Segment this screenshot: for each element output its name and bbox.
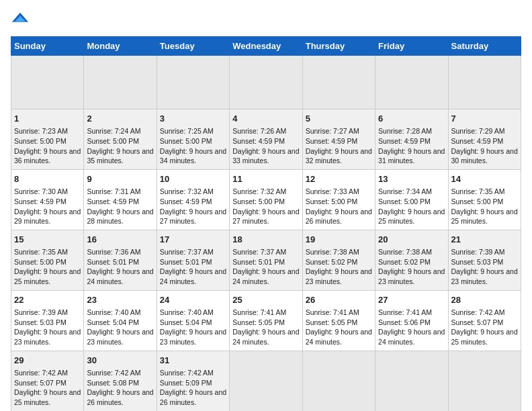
day-cell: 19Sunrise: 7:38 AMSunset: 5:02 PMDayligh… bbox=[302, 230, 375, 290]
column-header-thursday: Thursday bbox=[302, 37, 375, 56]
day-number: 8 bbox=[14, 173, 81, 185]
day-cell bbox=[84, 56, 157, 109]
day-cell: 20Sunrise: 7:38 AMSunset: 5:02 PMDayligh… bbox=[375, 230, 448, 290]
day-cell: 14Sunrise: 7:35 AMSunset: 5:00 PMDayligh… bbox=[448, 169, 521, 230]
day-number: 24 bbox=[160, 294, 226, 306]
day-cell: 26Sunrise: 7:41 AMSunset: 5:05 PMDayligh… bbox=[302, 290, 375, 351]
day-cell: 1Sunrise: 7:23 AMSunset: 5:00 PMDaylight… bbox=[11, 109, 84, 170]
day-info: Sunrise: 7:37 AMSunset: 5:01 PMDaylight:… bbox=[232, 248, 299, 285]
day-info: Sunrise: 7:41 AMSunset: 5:05 PMDaylight:… bbox=[232, 308, 299, 346]
day-cell: 5Sunrise: 7:27 AMSunset: 4:59 PMDaylight… bbox=[302, 109, 375, 170]
day-number: 14 bbox=[451, 173, 518, 185]
calendar-header-row: SundayMondayTuesdayWednesdayThursdayFrid… bbox=[11, 37, 521, 56]
day-info: Sunrise: 7:42 AMSunset: 5:08 PMDaylight:… bbox=[87, 369, 153, 406]
day-info: Sunrise: 7:35 AMSunset: 5:00 PMDaylight:… bbox=[451, 187, 518, 225]
day-cell: 16Sunrise: 7:36 AMSunset: 5:01 PMDayligh… bbox=[84, 230, 157, 290]
day-number: 31 bbox=[160, 355, 226, 367]
day-info: Sunrise: 7:39 AMSunset: 5:03 PMDaylight:… bbox=[14, 308, 81, 346]
day-cell bbox=[375, 351, 448, 411]
page-header bbox=[11, 11, 521, 30]
day-cell bbox=[11, 56, 84, 109]
column-header-friday: Friday bbox=[375, 37, 448, 56]
logo bbox=[11, 11, 32, 30]
day-info: Sunrise: 7:23 AMSunset: 5:00 PMDaylight:… bbox=[14, 127, 81, 165]
day-info: Sunrise: 7:40 AMSunset: 5:04 PMDaylight:… bbox=[160, 308, 226, 346]
day-cell: 13Sunrise: 7:34 AMSunset: 5:00 PMDayligh… bbox=[375, 169, 448, 230]
day-cell: 15Sunrise: 7:35 AMSunset: 5:00 PMDayligh… bbox=[11, 230, 84, 290]
day-info: Sunrise: 7:38 AMSunset: 5:02 PMDaylight:… bbox=[306, 248, 372, 285]
day-cell: 8Sunrise: 7:30 AMSunset: 4:59 PMDaylight… bbox=[11, 169, 84, 230]
day-cell: 29Sunrise: 7:42 AMSunset: 5:07 PMDayligh… bbox=[11, 351, 84, 411]
day-number: 18 bbox=[232, 234, 299, 246]
day-cell: 10Sunrise: 7:32 AMSunset: 4:59 PMDayligh… bbox=[157, 169, 229, 230]
day-number: 4 bbox=[232, 113, 299, 125]
day-number: 20 bbox=[378, 234, 445, 246]
day-cell: 25Sunrise: 7:41 AMSunset: 5:05 PMDayligh… bbox=[230, 290, 302, 351]
day-info: Sunrise: 7:41 AMSunset: 5:05 PMDaylight:… bbox=[306, 308, 372, 346]
day-cell bbox=[230, 351, 302, 411]
day-cell: 23Sunrise: 7:40 AMSunset: 5:04 PMDayligh… bbox=[84, 290, 157, 351]
day-cell: 6Sunrise: 7:28 AMSunset: 4:59 PMDaylight… bbox=[375, 109, 448, 170]
day-info: Sunrise: 7:42 AMSunset: 5:09 PMDaylight:… bbox=[160, 369, 226, 406]
day-number: 15 bbox=[14, 234, 81, 246]
day-cell: 31Sunrise: 7:42 AMSunset: 5:09 PMDayligh… bbox=[157, 351, 229, 411]
day-info: Sunrise: 7:34 AMSunset: 5:00 PMDaylight:… bbox=[378, 187, 445, 225]
day-cell: 27Sunrise: 7:41 AMSunset: 5:06 PMDayligh… bbox=[375, 290, 448, 351]
week-row-5: 22Sunrise: 7:39 AMSunset: 5:03 PMDayligh… bbox=[11, 290, 521, 351]
day-info: Sunrise: 7:32 AMSunset: 4:59 PMDaylight:… bbox=[160, 187, 226, 225]
day-number: 19 bbox=[306, 234, 372, 246]
day-info: Sunrise: 7:36 AMSunset: 5:01 PMDaylight:… bbox=[87, 248, 153, 285]
day-number: 1 bbox=[14, 113, 81, 125]
day-info: Sunrise: 7:32 AMSunset: 5:00 PMDaylight:… bbox=[232, 187, 299, 225]
day-cell bbox=[302, 56, 375, 109]
day-number: 17 bbox=[160, 234, 226, 246]
day-info: Sunrise: 7:28 AMSunset: 4:59 PMDaylight:… bbox=[378, 127, 445, 165]
day-info: Sunrise: 7:40 AMSunset: 5:04 PMDaylight:… bbox=[87, 308, 153, 346]
day-cell: 21Sunrise: 7:39 AMSunset: 5:03 PMDayligh… bbox=[448, 230, 521, 290]
day-info: Sunrise: 7:24 AMSunset: 5:00 PMDaylight:… bbox=[87, 127, 153, 165]
week-row-1 bbox=[11, 56, 521, 109]
day-info: Sunrise: 7:39 AMSunset: 5:03 PMDaylight:… bbox=[451, 248, 518, 285]
day-number: 23 bbox=[87, 294, 153, 306]
column-header-wednesday: Wednesday bbox=[230, 37, 302, 56]
day-number: 21 bbox=[451, 234, 518, 246]
day-cell: 22Sunrise: 7:39 AMSunset: 5:03 PMDayligh… bbox=[11, 290, 84, 351]
day-info: Sunrise: 7:26 AMSunset: 4:59 PMDaylight:… bbox=[232, 127, 299, 165]
day-number: 3 bbox=[160, 113, 226, 125]
day-info: Sunrise: 7:27 AMSunset: 4:59 PMDaylight:… bbox=[306, 127, 372, 165]
day-info: Sunrise: 7:41 AMSunset: 5:06 PMDaylight:… bbox=[378, 308, 445, 346]
day-number: 30 bbox=[87, 355, 153, 367]
day-cell: 12Sunrise: 7:33 AMSunset: 5:00 PMDayligh… bbox=[302, 169, 375, 230]
day-info: Sunrise: 7:33 AMSunset: 5:00 PMDaylight:… bbox=[306, 187, 372, 225]
day-cell: 18Sunrise: 7:37 AMSunset: 5:01 PMDayligh… bbox=[230, 230, 302, 290]
column-header-monday: Monday bbox=[84, 37, 157, 56]
day-number: 11 bbox=[232, 173, 299, 185]
day-cell: 17Sunrise: 7:37 AMSunset: 5:01 PMDayligh… bbox=[157, 230, 229, 290]
day-info: Sunrise: 7:30 AMSunset: 4:59 PMDaylight:… bbox=[14, 187, 81, 225]
day-cell bbox=[375, 56, 448, 109]
day-number: 16 bbox=[87, 234, 153, 246]
day-cell bbox=[302, 351, 375, 411]
column-header-saturday: Saturday bbox=[448, 37, 521, 56]
day-cell: 3Sunrise: 7:25 AMSunset: 5:00 PMDaylight… bbox=[157, 109, 229, 170]
day-cell bbox=[448, 56, 521, 109]
day-cell: 24Sunrise: 7:40 AMSunset: 5:04 PMDayligh… bbox=[157, 290, 229, 351]
day-number: 5 bbox=[306, 113, 372, 125]
day-info: Sunrise: 7:42 AMSunset: 5:07 PMDaylight:… bbox=[451, 308, 518, 346]
day-number: 6 bbox=[378, 113, 445, 125]
day-number: 28 bbox=[451, 294, 518, 306]
week-row-4: 15Sunrise: 7:35 AMSunset: 5:00 PMDayligh… bbox=[11, 230, 521, 290]
day-info: Sunrise: 7:37 AMSunset: 5:01 PMDaylight:… bbox=[160, 248, 226, 285]
day-number: 27 bbox=[378, 294, 445, 306]
day-cell: 28Sunrise: 7:42 AMSunset: 5:07 PMDayligh… bbox=[448, 290, 521, 351]
week-row-2: 1Sunrise: 7:23 AMSunset: 5:00 PMDaylight… bbox=[11, 109, 521, 170]
day-info: Sunrise: 7:25 AMSunset: 5:00 PMDaylight:… bbox=[160, 127, 226, 165]
day-cell: 11Sunrise: 7:32 AMSunset: 5:00 PMDayligh… bbox=[230, 169, 302, 230]
day-number: 25 bbox=[232, 294, 299, 306]
day-cell bbox=[157, 56, 229, 109]
day-number: 22 bbox=[14, 294, 81, 306]
day-cell: 9Sunrise: 7:31 AMSunset: 4:59 PMDaylight… bbox=[84, 169, 157, 230]
day-number: 9 bbox=[87, 173, 153, 185]
week-row-6: 29Sunrise: 7:42 AMSunset: 5:07 PMDayligh… bbox=[11, 351, 521, 411]
day-cell bbox=[230, 56, 302, 109]
